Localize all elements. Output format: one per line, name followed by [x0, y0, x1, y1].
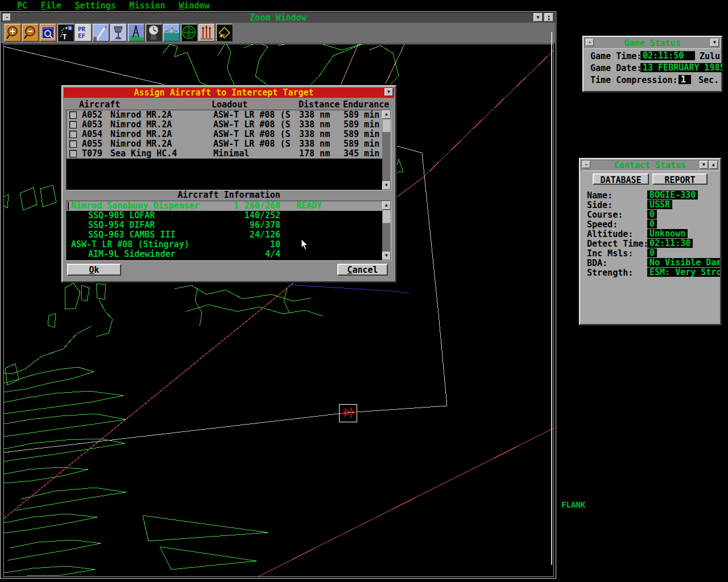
contact-speed-label: Speed: [587, 220, 618, 229]
launch-missile-button[interactable] [93, 24, 109, 41]
scroll-down-button[interactable]: ▼ [382, 252, 391, 260]
contact-strength-value: ESM: Very Strong [647, 268, 720, 277]
contact-status-title: Contact Status [581, 161, 719, 170]
chronometer-button[interactable] [146, 24, 162, 41]
info-row[interactable]: ASW-T LR #08 (Stingray) 10 [67, 240, 382, 250]
track-route-icon: 0T [58, 24, 73, 41]
time-compression-label: Time Compression: [590, 76, 678, 85]
game-status-window: - Game Status ▼ Game Time: 02:11:50 Zulu… [582, 36, 722, 92]
radar-scope-button[interactable] [181, 24, 197, 41]
report-button[interactable]: REPORT [652, 173, 708, 185]
navigation-plot-button[interactable] [128, 24, 144, 41]
menu-pc[interactable]: PC [17, 1, 27, 11]
time-compression-value: 1 [679, 75, 691, 84]
contact-altitude-value: Unknown [647, 229, 688, 238]
aircraft-row[interactable]: A054 Nimrod MR.2A ASW-T LR #08 (S 338 nm… [67, 130, 382, 139]
contact-inc-msls-label: Inc Msls: [587, 249, 633, 258]
scroll-thumb[interactable] [382, 210, 391, 223]
launch-missile-icon [93, 24, 109, 41]
chronometer-icon [146, 24, 162, 41]
zoom-window-titlebar[interactable]: - Zoom Window ▼ ▲▼ [1, 13, 555, 23]
weapons-loadout-button[interactable] [198, 24, 215, 41]
orange-line-1 [340, 44, 359, 86]
menu-file[interactable]: File [41, 1, 61, 11]
col-loadout: Loadout [212, 100, 247, 109]
contact-bda-label: BDA: [587, 259, 607, 268]
preferences-icon: PREF [76, 24, 91, 41]
scroll-thumb[interactable] [382, 119, 391, 132]
database-button[interactable]: DATABASE [593, 173, 649, 185]
aircraft-checkbox[interactable] [69, 150, 77, 157]
info-row-selected[interactable]: Nimrod Sonobuoy Dispenser 1 260/260 READ… [67, 201, 382, 211]
zoom-window-icon [40, 24, 56, 41]
blue-course-line [288, 285, 409, 293]
waypoint-editor-button[interactable] [216, 24, 233, 41]
time-compression-suffix: Sec. [698, 76, 719, 85]
menu-mission[interactable]: Mission [129, 1, 165, 11]
zoom-out-icon [23, 24, 38, 41]
menu-settings[interactable]: Settings [75, 1, 115, 11]
game-time-suffix: Zulu [700, 52, 720, 61]
aircraft-list: A052 Nimrod MR.2A ASW-T LR #08 (S 338 nm… [66, 110, 391, 190]
aircraft-row[interactable]: T079 Sea King HC.4 Minimal 178 nm 345 mi… [67, 149, 382, 159]
col-endurance: Endurance [343, 100, 389, 109]
zoom-out-button[interactable] [22, 24, 39, 41]
scroll-up-button[interactable]: ▲ [382, 201, 391, 210]
cursor-arrow-icon [301, 239, 309, 251]
scroll-up-button[interactable]: ▲ [382, 110, 391, 119]
contact-speed-value: 0 [647, 219, 657, 228]
strike-aircraft-button[interactable] [163, 24, 180, 41]
game-time-label: Game Time: [590, 52, 642, 61]
svg-text:T: T [63, 33, 67, 41]
mouse-cursor [301, 239, 309, 251]
dialog-titlebar[interactable]: Assign Aircraft to Intercept Target ▼ [64, 88, 394, 98]
text-caret [68, 202, 69, 210]
menu-bar: PC File Settings Mission Window [0, 0, 728, 11]
info-row[interactable]: AIM-9L Sidewinder 4/4 [67, 250, 382, 259]
radar-scope-icon [181, 24, 197, 41]
preferences-button[interactable]: PREF [75, 24, 92, 41]
contact-course-value: 0 [647, 210, 657, 219]
window-down-arrow-button[interactable]: ▼ [700, 161, 708, 169]
contact-status-window: - Contact Status ▼ ▲ DATABASE REPORT Nam… [579, 158, 721, 325]
zoom-in-button[interactable] [5, 24, 21, 41]
info-list-scrollbar[interactable]: ▲ ▼ [382, 201, 391, 260]
strike-aircraft-icon [164, 24, 179, 41]
aircraft-row[interactable]: A052 Nimrod MR.2A ASW-T LR #08 (S 338 nm… [67, 110, 382, 120]
map-window-right-edge [551, 32, 552, 565]
window-resize-spin-button[interactable]: ▲▼ [544, 13, 553, 22]
radar-dish-button[interactable] [110, 24, 127, 41]
contact-status-titlebar[interactable]: - Contact Status ▼ ▲ [581, 160, 719, 171]
contact-course-label: Course: [587, 210, 623, 219]
white-line-topleft [4, 47, 167, 85]
info-row[interactable]: SSQ-954 DIFAR 96/378 [67, 221, 382, 230]
svg-text:0: 0 [69, 26, 71, 31]
menu-window[interactable]: Window [179, 1, 209, 11]
info-row[interactable]: SSQ-963 CAMBS III 24/126 [67, 230, 382, 240]
aircraft-row[interactable]: A053 Nimrod MR.2A ASW-T LR #08 (S 338 nm… [67, 120, 382, 130]
cancel-button[interactable]: Cancel [337, 264, 388, 276]
aircraft-checkbox[interactable] [69, 111, 77, 119]
info-row[interactable]: SSQ-905 LOFAR 140/252 [67, 211, 382, 221]
aircraft-checkbox[interactable] [69, 131, 77, 138]
ok-button[interactable]: Ok [67, 264, 121, 276]
toolbar: 0T PREF [1, 23, 555, 44]
window-up-arrow-button[interactable]: ▲ [709, 161, 718, 169]
contact-strength-label: Strength: [587, 268, 633, 277]
aircraft-checkbox[interactable] [69, 121, 77, 128]
track-route-button[interactable]: 0T [57, 24, 74, 41]
flank-speed-label: FLANK [560, 500, 586, 509]
window-down-arrow-button[interactable]: ▼ [533, 13, 543, 22]
assign-aircraft-dialog: Assign Aircraft to Intercept Target ▼ Ai… [61, 85, 396, 282]
game-status-titlebar[interactable]: - Game Status ▼ [584, 38, 721, 49]
scroll-down-button[interactable]: ▼ [382, 181, 391, 190]
svg-text:EF: EF [78, 32, 85, 40]
window-down-arrow-button[interactable]: ▼ [710, 39, 719, 47]
dialog-title: Assign Aircraft to Intercept Target [64, 88, 384, 97]
zoom-window-tool-button[interactable] [40, 24, 56, 41]
aircraft-row[interactable]: A055 Nimrod MR.2A ASW-T LR #08 (S 338 nm… [67, 139, 382, 149]
aircraft-checkbox[interactable] [69, 140, 77, 148]
aircraft-list-scrollbar[interactable]: ▲ ▼ [382, 110, 391, 190]
dialog-down-arrow-button[interactable]: ▼ [384, 88, 393, 96]
aircraft-info-list: Nimrod Sonobuoy Dispenser 1 260/260 READ… [66, 201, 391, 261]
